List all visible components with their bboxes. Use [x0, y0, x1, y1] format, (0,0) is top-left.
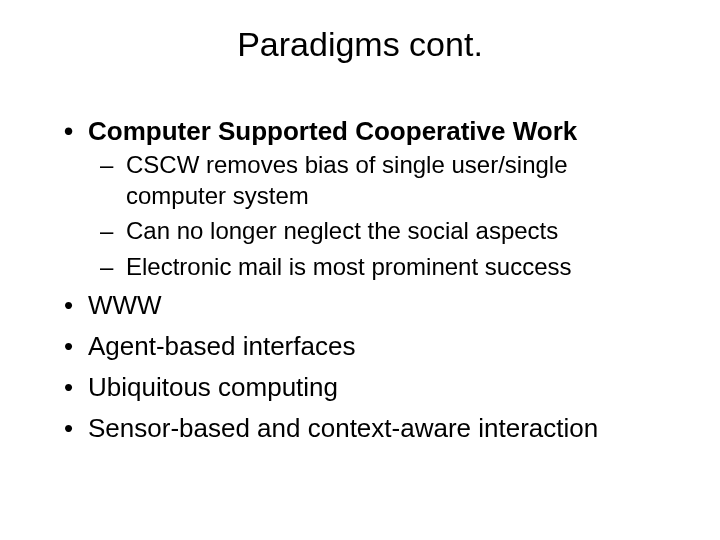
- list-item: WWW: [88, 288, 660, 323]
- sub-list-item: CSCW removes bias of single user/single …: [126, 149, 660, 211]
- list-item: Agent-based interfaces: [88, 329, 660, 364]
- slide-title: Paradigms cont.: [60, 25, 660, 64]
- list-item: Computer Supported Cooperative Work CSCW…: [88, 114, 660, 282]
- sub-list-item: Electronic mail is most prominent succes…: [126, 251, 660, 282]
- sub-bullet-list: CSCW removes bias of single user/single …: [88, 149, 660, 282]
- list-item: Ubiquitous computing: [88, 370, 660, 405]
- list-item: Sensor-based and context-aware interacti…: [88, 411, 660, 446]
- bullet-list: Computer Supported Cooperative Work CSCW…: [60, 114, 660, 446]
- list-item-label: Computer Supported Cooperative Work: [88, 116, 577, 146]
- sub-list-item: Can no longer neglect the social aspects: [126, 215, 660, 246]
